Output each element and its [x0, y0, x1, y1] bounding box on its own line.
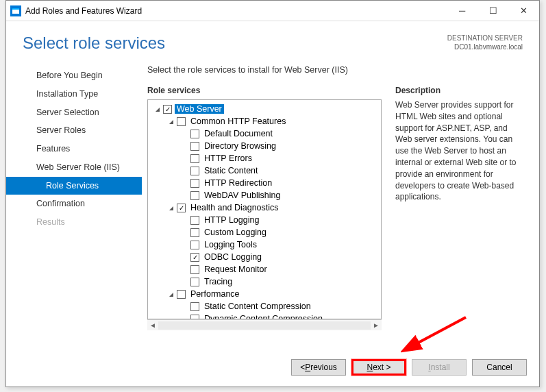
- tree-item-label[interactable]: Dynamic Content Compression: [202, 314, 325, 319]
- collapse-icon[interactable]: [167, 205, 175, 211]
- tree-item-label[interactable]: Static Content: [202, 166, 260, 175]
- instruction-text: Select the role services to install for …: [147, 65, 525, 75]
- tree-item-webdav-publishing[interactable]: WebDAV Publishing: [148, 189, 381, 201]
- role-services-label: Role services: [147, 86, 382, 95]
- tree-item-label[interactable]: ODBC Logging: [202, 252, 264, 262]
- nav-item-web-server-role-iis-[interactable]: Web Server Role (IIS): [6, 158, 142, 177]
- next-button[interactable]: Next >: [351, 359, 406, 376]
- svg-rect-1: [12, 8, 19, 10]
- tree-item-health-and-diagnostics[interactable]: ✓Health and Diagnostics: [148, 201, 381, 214]
- collapse-icon[interactable]: [153, 106, 162, 112]
- tree-item-custom-logging[interactable]: Custom Logging: [148, 226, 381, 238]
- tree-item-directory-browsing[interactable]: Directory Browsing: [148, 140, 381, 152]
- tree-item-label[interactable]: Tracing: [202, 277, 234, 286]
- tree-item-label[interactable]: Custom Logging: [202, 228, 269, 237]
- tree-item-tracing[interactable]: Tracing: [148, 275, 381, 288]
- horizontal-scrollbar[interactable]: ◄ ►: [147, 319, 382, 330]
- close-button[interactable]: ✕: [508, 1, 539, 21]
- tree-item-label[interactable]: HTTP Logging: [202, 215, 261, 225]
- header: Select role services DESTINATION SERVER …: [6, 21, 539, 60]
- scroll-left-icon[interactable]: ◄: [147, 321, 158, 329]
- tree-item-label[interactable]: WebDAV Publishing: [202, 191, 282, 200]
- checkbox[interactable]: [190, 278, 199, 286]
- checkbox[interactable]: ✓: [163, 105, 172, 114]
- checkbox[interactable]: [190, 167, 199, 175]
- tree-item-logging-tools[interactable]: Logging Tools: [148, 238, 381, 251]
- nav-item-server-roles[interactable]: Server Roles: [6, 121, 142, 140]
- nav-item-before-you-begin[interactable]: Before You Begin: [6, 66, 142, 85]
- tree-item-label[interactable]: Default Document: [202, 129, 275, 138]
- nav-item-results: Results: [6, 213, 142, 232]
- wizard-content: Select the role services to install for …: [142, 60, 539, 330]
- tree-item-label[interactable]: Logging Tools: [202, 240, 259, 249]
- checkbox[interactable]: [190, 315, 199, 320]
- tree-item-label[interactable]: Performance: [188, 289, 242, 299]
- tree-item-http-redirection[interactable]: HTTP Redirection: [148, 177, 381, 189]
- tree-item-common-http-features[interactable]: Common HTTP Features: [148, 115, 381, 127]
- destination-server-value: DC01.labvmware.local: [447, 42, 523, 51]
- tree-item-performance[interactable]: Performance: [148, 288, 381, 300]
- tree-item-request-monitor[interactable]: Request Monitor: [148, 263, 381, 275]
- titlebar: Add Roles and Features Wizard ─ ☐ ✕: [6, 1, 539, 21]
- checkbox[interactable]: [190, 179, 199, 188]
- nav-item-role-services[interactable]: Role Services: [6, 177, 142, 195]
- tree-item-label[interactable]: HTTP Redirection: [202, 178, 274, 188]
- checkbox[interactable]: [190, 265, 199, 274]
- nav-item-server-selection[interactable]: Server Selection: [6, 103, 142, 122]
- tree-item-dynamic-content-compression[interactable]: Dynamic Content Compression: [148, 313, 381, 319]
- checkbox[interactable]: [190, 216, 199, 225]
- tree-item-http-logging[interactable]: HTTP Logging: [148, 214, 381, 226]
- tree-item-static-content-compression[interactable]: Static Content Compression: [148, 300, 381, 313]
- app-icon: [10, 5, 21, 16]
- collapse-icon[interactable]: [167, 119, 175, 125]
- checkbox[interactable]: [190, 228, 199, 237]
- description-text: Web Server provides support for HTML Web…: [395, 99, 525, 203]
- cancel-button[interactable]: Cancel: [472, 359, 527, 376]
- tree-item-label[interactable]: Static Content Compression: [202, 302, 313, 311]
- window-title: Add Roles and Features Wizard: [25, 6, 447, 16]
- tree-item-http-errors[interactable]: HTTP Errors: [148, 152, 381, 164]
- collapse-icon[interactable]: [167, 291, 175, 297]
- destination-server-label: DESTINATION SERVER: [447, 34, 523, 42]
- previous-button[interactable]: < Previous: [291, 359, 346, 376]
- minimize-button[interactable]: ─: [447, 1, 477, 21]
- tree-item-default-document[interactable]: Default Document: [148, 127, 381, 140]
- checkbox[interactable]: ✓: [190, 253, 199, 262]
- checkbox[interactable]: [177, 117, 186, 126]
- checkbox[interactable]: [177, 290, 186, 299]
- nav-item-features[interactable]: Features: [6, 140, 142, 158]
- tree-item-static-content[interactable]: Static Content: [148, 164, 381, 177]
- description-label: Description: [395, 86, 525, 95]
- checkbox[interactable]: [190, 142, 199, 151]
- tree-item-label[interactable]: Request Monitor: [202, 265, 269, 274]
- wizard-footer: < Previous Next > Install Cancel: [6, 348, 539, 387]
- tree-item-label[interactable]: Web Server: [175, 104, 224, 114]
- wizard-window: Add Roles and Features Wizard ─ ☐ ✕ Sele…: [5, 0, 540, 387]
- destination-server-info: DESTINATION SERVER DC01.labvmware.local: [447, 34, 523, 51]
- tree-item-label[interactable]: Directory Browsing: [202, 141, 278, 151]
- tree-item-odbc-logging[interactable]: ✓ODBC Logging: [148, 251, 381, 263]
- nav-item-installation-type[interactable]: Installation Type: [6, 85, 142, 103]
- checkbox[interactable]: [190, 241, 199, 249]
- wizard-nav: Before You BeginInstallation TypeServer …: [6, 60, 142, 330]
- checkbox[interactable]: [190, 154, 199, 163]
- page-title: Select role services: [23, 34, 165, 53]
- checkbox[interactable]: ✓: [177, 204, 186, 212]
- scroll-right-icon[interactable]: ►: [371, 321, 382, 329]
- role-services-tree[interactable]: ✓Web ServerCommon HTTP FeaturesDefault D…: [147, 99, 382, 319]
- tree-item-label[interactable]: Health and Diagnostics: [188, 203, 281, 212]
- tree-item-label[interactable]: Common HTTP Features: [188, 117, 288, 126]
- maximize-button[interactable]: ☐: [477, 1, 508, 21]
- install-button[interactable]: Install: [412, 359, 467, 376]
- tree-item-web-server[interactable]: ✓Web Server: [148, 103, 381, 115]
- checkbox[interactable]: [190, 191, 199, 200]
- checkbox[interactable]: [190, 302, 199, 311]
- checkbox[interactable]: [190, 130, 199, 138]
- nav-item-confirmation[interactable]: Confirmation: [6, 195, 142, 213]
- tree-item-label[interactable]: HTTP Errors: [202, 154, 254, 163]
